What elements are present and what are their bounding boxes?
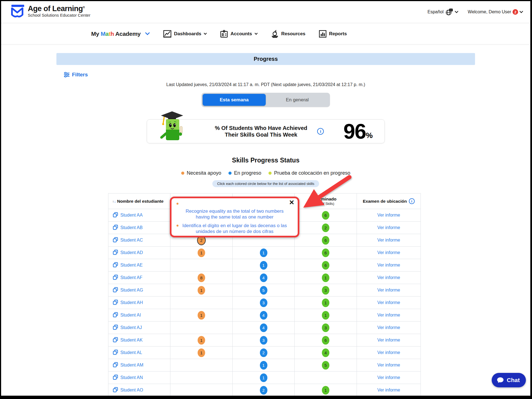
- in-progress-circle[interactable]: 4: [260, 323, 267, 332]
- view-report-link[interactable]: Ver informe: [377, 213, 400, 217]
- info-icon[interactable]: i: [317, 128, 324, 135]
- tab-esta-semana[interactable]: Esta semana: [203, 94, 266, 106]
- student-name-link[interactable]: Student AO: [120, 388, 143, 392]
- in-progress-circle[interactable]: 1: [260, 361, 267, 370]
- view-report-link[interactable]: Ver informe: [377, 375, 400, 380]
- student-name-link[interactable]: Student AG: [120, 288, 143, 292]
- legend-dot: [269, 172, 272, 175]
- view-report-link[interactable]: Ver informe: [377, 363, 400, 367]
- in-progress-circle[interactable]: 3: [260, 298, 267, 307]
- view-report-link[interactable]: Ver informe: [377, 350, 400, 355]
- student-row: Student AO21Ver informe: [108, 384, 421, 397]
- finished-circle[interactable]: 1: [322, 386, 329, 395]
- student-name-link[interactable]: Student AK: [120, 338, 143, 342]
- needs-support-circle[interactable]: 8: [198, 273, 205, 282]
- column-header[interactable]: ↑↓ Nombre del estudiante: [108, 194, 170, 209]
- nav-item-dashboards[interactable]: Dashboards: [163, 30, 207, 38]
- age-of-learning-logo[interactable]: Age of Learning® School Solutions Educat…: [9, 5, 90, 19]
- view-report-link[interactable]: Ver informe: [377, 263, 400, 267]
- student-name-link[interactable]: Student AI: [120, 313, 141, 317]
- needs-support-circle[interactable]: 1: [198, 348, 205, 357]
- student-profile-icon: [113, 313, 118, 318]
- student-name-link[interactable]: Student AM: [120, 363, 143, 367]
- student-name-link[interactable]: Student AN: [120, 375, 143, 380]
- finished-circle[interactable]: 6: [322, 211, 329, 220]
- needs-support-circle[interactable]: 1: [198, 286, 205, 295]
- view-report-link[interactable]: Ver informe: [377, 238, 400, 242]
- finished-circle[interactable]: 6: [322, 236, 329, 245]
- nav-item-resources[interactable]: Resources: [271, 30, 305, 38]
- main-nav: My Math Academy DashboardsAccountsResour…: [1, 23, 530, 44]
- in-progress-circle[interactable]: 1: [260, 261, 267, 270]
- view-report-link[interactable]: Ver informe: [377, 388, 400, 392]
- finished-circle[interactable]: 1: [322, 311, 329, 320]
- finished-circle[interactable]: 4: [322, 348, 329, 357]
- finished-circle[interactable]: 1: [322, 298, 329, 307]
- filters-button[interactable]: Filters: [64, 72, 88, 78]
- finished-circle[interactable]: 5: [322, 361, 329, 370]
- in-progress-circle[interactable]: 1: [260, 249, 267, 257]
- view-report-link[interactable]: Ver informe: [377, 338, 400, 342]
- view-report-link[interactable]: Ver informe: [377, 325, 400, 330]
- nav-item-accounts[interactable]: Accounts: [220, 30, 257, 38]
- finished-circle[interactable]: 3: [322, 323, 329, 332]
- in-progress-circle[interactable]: 4: [260, 311, 267, 320]
- view-report-link[interactable]: Ver informe: [377, 313, 400, 317]
- legend-item: Necesita apoyo: [181, 170, 221, 176]
- top-header: Age of Learning® School Solutions Educat…: [1, 1, 530, 23]
- view-report-link[interactable]: Ver informe: [377, 300, 400, 305]
- student-profile-icon: [113, 376, 118, 381]
- product-switcher[interactable]: My Math Academy: [91, 31, 150, 37]
- language-selector[interactable]: Español: [427, 8, 458, 16]
- chat-button[interactable]: Chat: [492, 373, 526, 387]
- student-name-link[interactable]: Student AJ: [120, 325, 142, 330]
- user-menu[interactable]: Welcome, Demo User 2: [468, 9, 523, 15]
- age-of-learning-logo-icon: [9, 5, 25, 19]
- student-name-link[interactable]: Student AC: [120, 238, 143, 242]
- view-report-link[interactable]: Ver informe: [377, 250, 400, 255]
- finished-circle[interactable]: 6: [322, 249, 329, 257]
- view-report-link[interactable]: Ver informe: [377, 275, 400, 280]
- student-row: Student AF841Ver informe: [108, 272, 421, 284]
- tab-en-general[interactable]: En general: [266, 94, 329, 106]
- student-profile-icon: [113, 214, 118, 218]
- legend-dot: [228, 172, 232, 175]
- student-name-link[interactable]: Student AD: [120, 250, 143, 255]
- view-report-link[interactable]: Ver informe: [377, 288, 400, 292]
- id-badge-icon: [220, 30, 228, 38]
- in-progress-circle[interactable]: 3: [260, 336, 267, 345]
- goal-percentage: 96%: [344, 122, 384, 141]
- finished-circle[interactable]: 1: [322, 273, 329, 282]
- student-name-link[interactable]: Student AE: [120, 263, 143, 267]
- needs-support-circle[interactable]: 1: [198, 311, 205, 320]
- brand-name: Age of Learning®: [28, 5, 90, 12]
- student-name-link[interactable]: Student AL: [120, 350, 142, 355]
- finished-circle[interactable]: 6: [322, 261, 329, 270]
- student-name-link[interactable]: Student AH: [120, 300, 143, 305]
- needs-support-circle[interactable]: 1: [198, 249, 205, 257]
- chat-label: Chat: [507, 377, 520, 383]
- goal-banner-text: % Of Students Who Have Achieved Their Sk…: [208, 125, 314, 138]
- student-name-link[interactable]: Student AF: [120, 275, 142, 280]
- sort-desc-icon[interactable]: ↓: [114, 199, 116, 204]
- goal-banner: % Of Students Who Have Achieved Their Sk…: [147, 119, 385, 143]
- finished-circle[interactable]: 6: [322, 336, 329, 345]
- finished-circle[interactable]: 3: [322, 286, 329, 295]
- info-icon[interactable]: i: [409, 198, 415, 204]
- student-row: Student AH31Ver informe: [108, 297, 421, 309]
- nav-item-reports[interactable]: Reports: [319, 30, 347, 38]
- student-profile-icon: [113, 276, 118, 281]
- in-progress-circle[interactable]: 5: [260, 286, 267, 295]
- in-progress-circle[interactable]: 2: [260, 348, 267, 357]
- in-progress-circle[interactable]: 2: [260, 386, 267, 395]
- needs-support-circle[interactable]: 1: [198, 336, 205, 345]
- finished-circle[interactable]: 2: [322, 224, 329, 232]
- student-profile-icon: [113, 338, 118, 343]
- legend-dot: [181, 172, 184, 175]
- in-progress-circle[interactable]: 4: [260, 273, 267, 282]
- student-name-link[interactable]: Student AA: [120, 213, 143, 217]
- student-name-link[interactable]: Student AB: [120, 225, 143, 230]
- in-progress-circle[interactable]: 1: [260, 373, 267, 382]
- student-profile-icon: [113, 226, 118, 231]
- view-report-link[interactable]: Ver informe: [377, 225, 400, 230]
